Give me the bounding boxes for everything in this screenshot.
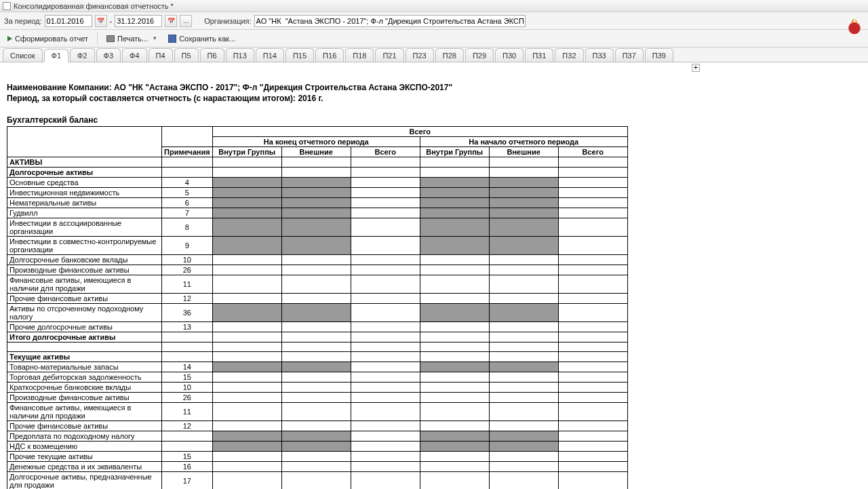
tab-П21[interactable]: П21 [375, 48, 403, 62]
cell[interactable] [558, 168, 627, 178]
tab-П13[interactable]: П13 [226, 48, 254, 62]
cell[interactable] [558, 255, 627, 265]
cell[interactable] [489, 188, 558, 198]
cell[interactable] [351, 178, 420, 188]
cell[interactable] [212, 472, 281, 490]
cell[interactable] [281, 188, 351, 198]
cell[interactable] [212, 372, 281, 383]
cell[interactable] [420, 198, 489, 208]
cell[interactable] [489, 168, 558, 178]
cell[interactable] [212, 393, 281, 403]
cell[interactable] [420, 168, 489, 178]
cell[interactable] [212, 275, 281, 294]
cell[interactable] [420, 452, 489, 462]
cell[interactable] [489, 157, 558, 168]
cell[interactable] [281, 198, 351, 208]
cell[interactable] [212, 237, 281, 255]
cell[interactable] [351, 403, 420, 421]
cell[interactable] [351, 472, 420, 490]
cell[interactable] [420, 188, 489, 198]
tab-П5[interactable]: П5 [174, 48, 199, 62]
tab-П18[interactable]: П18 [345, 48, 374, 62]
cell[interactable] [489, 322, 558, 332]
tab-П15[interactable]: П15 [285, 48, 314, 62]
cell[interactable] [558, 265, 627, 275]
cell[interactable] [489, 255, 558, 265]
cell[interactable] [212, 208, 281, 218]
cell[interactable] [558, 304, 627, 322]
cell[interactable] [212, 383, 281, 393]
tab-П4[interactable]: П4 [149, 48, 173, 62]
cell[interactable] [212, 168, 281, 178]
cell[interactable] [212, 322, 281, 332]
cell[interactable] [558, 198, 627, 208]
cell[interactable] [420, 265, 489, 275]
tab-Ф3[interactable]: Ф3 [96, 48, 121, 62]
tab-П6[interactable]: П6 [200, 48, 224, 62]
print-button[interactable]: Печать... ▼ [102, 32, 162, 45]
cell[interactable] [281, 178, 351, 188]
cell[interactable] [212, 178, 281, 188]
cell[interactable] [351, 255, 420, 265]
tab-П30[interactable]: П30 [495, 48, 524, 62]
tab-П33[interactable]: П33 [585, 48, 614, 62]
cell[interactable] [281, 275, 351, 294]
expand-handle[interactable]: + [692, 64, 700, 72]
cell[interactable] [558, 462, 627, 472]
cell[interactable] [420, 383, 489, 393]
cell[interactable] [489, 383, 558, 393]
cell[interactable] [351, 157, 420, 168]
cell[interactable] [281, 332, 351, 343]
cell[interactable] [351, 237, 420, 255]
cell[interactable] [558, 372, 627, 383]
cell[interactable] [281, 168, 351, 178]
cell[interactable] [489, 462, 558, 472]
cell[interactable] [281, 472, 351, 490]
cell[interactable] [420, 208, 489, 218]
cell[interactable] [420, 294, 489, 304]
cell[interactable] [420, 275, 489, 294]
cell[interactable] [351, 442, 420, 452]
tab-П23[interactable]: П23 [406, 48, 434, 62]
cell[interactable] [420, 362, 489, 372]
cell[interactable] [489, 178, 558, 188]
cell[interactable] [212, 431, 281, 442]
cell[interactable] [420, 352, 489, 362]
period-more-button[interactable]: … [180, 15, 192, 27]
cell[interactable] [212, 294, 281, 304]
tab-П29[interactable]: П29 [465, 48, 494, 62]
cell[interactable] [281, 157, 351, 168]
cell[interactable] [558, 472, 627, 490]
cell[interactable] [558, 332, 627, 343]
cell[interactable] [420, 304, 489, 322]
cell[interactable] [558, 421, 627, 431]
cell[interactable] [351, 362, 420, 372]
cell[interactable] [489, 372, 558, 383]
cell[interactable] [212, 304, 281, 322]
cell[interactable] [281, 208, 351, 218]
date-to-picker-icon[interactable]: 📅 [165, 15, 177, 27]
cell[interactable] [489, 393, 558, 403]
tab-П28[interactable]: П28 [435, 48, 464, 62]
cell[interactable] [351, 462, 420, 472]
cell[interactable] [281, 372, 351, 383]
cell[interactable] [212, 157, 281, 168]
cell[interactable] [212, 255, 281, 265]
cell[interactable] [351, 421, 420, 431]
form-report-button[interactable]: Сформировать отчет [3, 32, 93, 45]
date-from-picker-icon[interactable]: 📅 [95, 15, 107, 27]
cell[interactable] [489, 208, 558, 218]
cell[interactable] [351, 304, 420, 322]
tab-П32[interactable]: П32 [555, 48, 583, 62]
cell[interactable] [351, 218, 420, 237]
cell[interactable] [351, 188, 420, 198]
cell[interactable] [281, 462, 351, 472]
cell[interactable] [212, 352, 281, 362]
cell[interactable] [489, 237, 558, 255]
cell[interactable] [420, 332, 489, 343]
cell[interactable] [281, 218, 351, 237]
organization-input[interactable] [254, 15, 526, 27]
cell[interactable] [351, 275, 420, 294]
cell[interactable] [489, 332, 558, 343]
cell[interactable] [420, 322, 489, 332]
